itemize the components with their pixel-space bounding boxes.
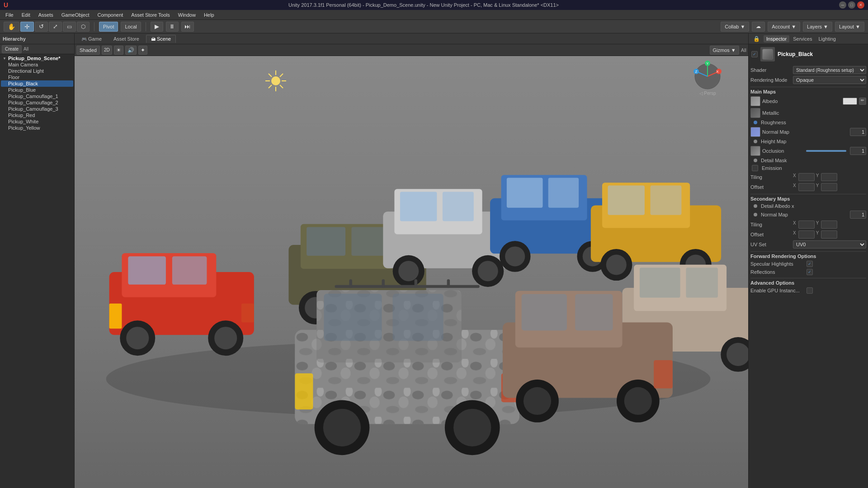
albedo-color-picker[interactable] <box>843 98 857 105</box>
hierarchy-scene[interactable]: ▼ Pickup_Demo_Scene* <box>1 55 73 61</box>
rect-tool[interactable]: ▭ <box>63 22 76 32</box>
menu-window[interactable]: Window <box>175 11 199 19</box>
svg-point-67 <box>323 409 361 446</box>
hierarchy-item-directional-light[interactable]: Directional Light <box>1 68 73 74</box>
move-tool[interactable]: ✛ <box>20 22 34 32</box>
sec-tiling-x[interactable]: 1 <box>798 221 815 229</box>
hierarchy-item-pickup-yellow[interactable]: Pickup_Yellow <box>1 125 73 131</box>
menu-component[interactable]: Component <box>94 11 127 19</box>
normal-map-value[interactable] <box>850 128 866 136</box>
albedo-edit-btn[interactable]: ✏ <box>859 98 866 105</box>
tab-scene[interactable]: 🏔 Scene <box>146 35 176 43</box>
main-offset-row: Offset X 0 Y 0 <box>750 183 866 191</box>
pause-button[interactable]: ⏸ <box>166 22 179 32</box>
hierarchy-create-button[interactable]: Create <box>2 45 22 53</box>
tab-lighting[interactable]: Lighting <box>816 35 839 42</box>
reflections-checkbox[interactable] <box>807 269 813 275</box>
main-tiling-x[interactable]: 1 <box>798 173 815 181</box>
scale-tool[interactable]: ⤢ <box>49 22 62 32</box>
rendering-mode-select[interactable]: Opaque <box>793 76 866 84</box>
object-active-checkbox[interactable] <box>751 51 758 57</box>
2d-button[interactable]: 2D <box>102 46 112 55</box>
cloud-button[interactable]: ☁ <box>752 22 765 32</box>
main-offset-x[interactable]: 0 <box>798 183 815 191</box>
maximize-button[interactable]: □ <box>848 1 855 9</box>
menu-help[interactable]: Help <box>200 11 218 19</box>
menu-assetstoretools[interactable]: Asset Store Tools <box>127 11 173 19</box>
tab-game[interactable]: 🎮 Game <box>76 35 107 43</box>
hierarchy-item-pickup-blue[interactable]: Pickup_Blue <box>1 87 73 93</box>
hand-tool[interactable]: ✋ <box>4 22 19 32</box>
hierarchy-item-pickup-camo3[interactable]: Pickup_Camouflage_3 <box>1 106 73 112</box>
hierarchy-item-floor[interactable]: Floor <box>1 74 73 80</box>
inspector-object-name: Pickup_Black <box>778 51 813 57</box>
occlusion-value[interactable] <box>850 147 866 155</box>
tab-services[interactable]: Services <box>790 35 815 42</box>
menu-edit[interactable]: Edit <box>18 11 34 19</box>
tab-asset-store[interactable]: Asset Store <box>108 35 144 43</box>
sec-tiling-y[interactable]: 1 <box>821 221 837 229</box>
hierarchy-item-pickup-white[interactable]: Pickup_White <box>1 118 73 125</box>
svg-text:X: X <box>716 70 719 74</box>
tab-inspector-lock[interactable]: 🔒 <box>750 35 763 43</box>
menu-file[interactable]: File <box>2 11 17 19</box>
scene-viewport-bg: X Y Z ◁ Persp <box>75 56 748 488</box>
metallic-preview[interactable] <box>750 108 760 118</box>
sec-offset-x[interactable]: 0 <box>798 230 815 239</box>
detail-mask-dot <box>754 159 757 162</box>
uv-set-select[interactable]: UV0 <box>793 240 866 249</box>
play-button[interactable]: ▶ <box>151 22 163 32</box>
viewport[interactable]: X Y Z ◁ Persp <box>75 56 748 488</box>
hierarchy-item-pickup-black[interactable]: Pickup_Black <box>1 80 73 87</box>
shader-select[interactable]: Standard (Roughness setup) <box>793 66 866 74</box>
main-offset-y[interactable]: 0 <box>821 183 837 191</box>
tab-inspector[interactable]: Inspector <box>764 35 789 42</box>
svg-rect-23 <box>351 227 384 255</box>
fx-toggle[interactable]: ✦ <box>138 46 147 55</box>
hierarchy-item-pickup-camo2[interactable]: Pickup_Camouflage_2 <box>1 99 73 106</box>
svg-point-35 <box>478 261 498 281</box>
detail-mask-label: Detail Mask <box>761 158 866 163</box>
hierarchy-list: ▼ Pickup_Demo_Scene* Main Camera Directi… <box>0 54 74 488</box>
account-button[interactable]: Account ▼ <box>768 22 800 32</box>
gizmos-button[interactable]: Gizmos ▼ <box>710 46 739 55</box>
gpu-instancing-checkbox[interactable] <box>807 287 813 294</box>
toolbar-right: Collab ▼ ☁ Account ▼ Layers ▼ Layout ▼ <box>721 22 864 32</box>
menu-gameobject[interactable]: GameObject <box>58 11 93 19</box>
pivot-button[interactable]: Pivot <box>99 22 118 32</box>
normal-map-preview[interactable] <box>750 127 760 137</box>
step-button[interactable]: ⏭ <box>181 22 194 32</box>
item-label-main-camera: Main Camera <box>8 62 38 67</box>
svg-point-69 <box>453 409 491 446</box>
custom-tool[interactable]: ⬡ <box>77 22 90 32</box>
hierarchy-item-main-camera[interactable]: Main Camera <box>1 61 73 68</box>
specular-highlights-checkbox[interactable] <box>807 261 813 267</box>
close-button[interactable]: ✕ <box>857 1 864 9</box>
albedo-preview[interactable] <box>750 96 760 106</box>
specular-highlights-label: Specular Highlights <box>750 261 805 267</box>
menu-assets[interactable]: Assets <box>35 11 57 19</box>
detail-mask-row: Detail Mask <box>750 158 866 163</box>
emission-checkbox[interactable] <box>752 165 758 171</box>
audio-toggle[interactable]: 🔊 <box>125 46 137 55</box>
sec-offset-y[interactable]: 1 <box>821 230 837 239</box>
rotate-tool[interactable]: ↺ <box>35 22 48 32</box>
sec-tiling-x-label: X <box>793 221 796 229</box>
occlusion-slider[interactable] <box>806 150 846 152</box>
tab-game-icon: 🎮 <box>81 37 87 42</box>
main-tiling-y[interactable]: 1 <box>821 173 837 181</box>
collab-button[interactable]: Collab ▼ <box>721 22 749 32</box>
local-button[interactable]: Local <box>121 22 141 32</box>
sec-normal-value[interactable] <box>850 211 866 219</box>
scene-expand-icon: ▼ <box>3 56 6 61</box>
shaded-button[interactable]: Shaded <box>76 46 100 55</box>
light-toggle[interactable]: ☀ <box>114 46 123 55</box>
occlusion-preview[interactable] <box>750 146 760 156</box>
uv-set-label: UV Set <box>750 242 791 247</box>
minimize-button[interactable]: ─ <box>839 1 846 9</box>
layout-button[interactable]: Layout ▼ <box>835 22 864 32</box>
emission-label: Emission <box>762 165 866 171</box>
hierarchy-item-pickup-red[interactable]: Pickup_Red <box>1 112 73 118</box>
hierarchy-item-pickup-camo1[interactable]: Pickup_Camouflage_1 <box>1 93 73 99</box>
layers-button[interactable]: Layers ▼ <box>803 22 832 32</box>
